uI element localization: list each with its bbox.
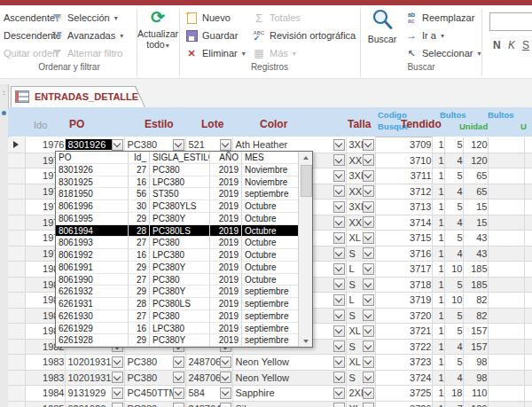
cell-tendido[interactable]: 1 (432, 168, 444, 184)
combo-arrow-icon[interactable] (363, 278, 374, 290)
combo-arrow-icon[interactable] (173, 372, 184, 383)
font-combobox[interactable] (489, 12, 532, 31)
combo-arrow-icon[interactable] (333, 403, 345, 407)
cell-extra[interactable] (488, 370, 524, 386)
bold-button[interactable]: N (493, 39, 501, 51)
column-header-bultos2-line1[interactable]: Bultos (488, 110, 514, 120)
record-selector[interactable] (8, 215, 25, 231)
combo-arrow-icon[interactable] (333, 294, 345, 306)
cell-bultos[interactable]: 7 (444, 401, 463, 407)
dropdown-row[interactable]: 818195056ST3502019septiembre (56, 188, 298, 200)
cell-extra[interactable] (488, 200, 524, 215)
combo-arrow-icon[interactable] (173, 139, 184, 151)
combo-arrow-icon[interactable] (333, 387, 345, 399)
combo-arrow-icon[interactable] (220, 139, 231, 151)
record-selector[interactable] (8, 137, 25, 153)
combo-arrow-icon[interactable] (363, 387, 374, 399)
new-record-button[interactable]: ✦ Nuevo (184, 9, 231, 27)
cell-bultos[interactable]: 4 (444, 215, 463, 231)
cell-codigo-busque[interactable]: 3713 (375, 200, 432, 215)
cell-tendido[interactable]: 1 (432, 355, 444, 371)
cell-talla[interactable]: XL (346, 324, 375, 340)
cell-tendido[interactable]: 1 (432, 401, 444, 407)
cell-unidad[interactable]: 185 (463, 277, 488, 293)
combo-arrow-icon[interactable] (333, 232, 345, 244)
cell-codigo-busque[interactable]: 3709 (375, 137, 432, 153)
record-selector[interactable] (8, 386, 25, 402)
column-header-bultos1-line2[interactable]: Unidad (459, 121, 488, 131)
cell-unidad[interactable]: 15 (463, 215, 488, 231)
record-selector[interactable] (8, 308, 25, 324)
column-header-bultos2-line2[interactable]: U (520, 121, 527, 131)
combo-arrow-icon[interactable] (363, 247, 374, 259)
combo-arrow-icon[interactable] (333, 325, 345, 337)
cell-unidad[interactable]: 120 (463, 137, 488, 153)
combo-arrow-icon[interactable] (363, 403, 374, 407)
cell-codigo-busque[interactable]: 3725 (375, 386, 432, 402)
save-record-button[interactable]: Guardar (184, 27, 238, 44)
combo-arrow-icon[interactable] (112, 139, 123, 151)
combo-arrow-icon[interactable] (333, 154, 345, 166)
cell-bultos[interactable]: 5 (444, 277, 463, 293)
record-selector[interactable] (8, 262, 25, 278)
record-selector[interactable] (8, 153, 25, 168)
dropdown-row[interactable]: 626192916LPC3802019septiembre (56, 323, 298, 335)
cell-codigo-busque[interactable]: 3716 (375, 246, 432, 262)
cell-unidad[interactable]: 110 (463, 386, 488, 402)
cell-extra[interactable] (488, 262, 524, 278)
cell-edge[interactable] (524, 386, 532, 402)
cell-bultos[interactable]: 5 (444, 308, 463, 324)
record-selector[interactable] (8, 277, 25, 293)
cell-edge[interactable] (524, 137, 532, 153)
cell-talla[interactable]: XXL (346, 215, 375, 231)
dropdown-scrollbar[interactable] (298, 152, 312, 347)
cell-talla[interactable]: S (346, 308, 375, 324)
cell-talla[interactable]: 3XL (346, 168, 375, 184)
cell-extra[interactable] (488, 324, 524, 340)
cell-extra[interactable] (488, 339, 524, 355)
cell-unidad[interactable]: 65 (463, 168, 488, 184)
cell-extra[interactable] (488, 215, 524, 231)
cell-bultos[interactable]: 5 (444, 231, 463, 247)
cell-bultos[interactable]: 5 (444, 324, 463, 340)
cell-edge[interactable] (524, 262, 532, 278)
record-selector[interactable] (8, 339, 25, 355)
cell-color[interactable]: Sapphire (232, 386, 346, 402)
cell-edge[interactable] (524, 153, 532, 168)
cell-tendido[interactable]: 1 (432, 200, 444, 215)
dropdown-row[interactable]: 626193128PC380LS2019septiembre (56, 298, 298, 310)
combo-arrow-icon[interactable] (333, 356, 345, 368)
column-header-talla[interactable]: Talla (348, 118, 371, 130)
record-selector[interactable] (8, 184, 25, 200)
cell-lote[interactable]: 248706 (185, 370, 232, 386)
combo-arrow-icon[interactable] (363, 216, 374, 228)
cell-codigo-busque[interactable]: 3722 (375, 339, 432, 355)
dropdown-row[interactable]: 806199327PC3802019Octubre (56, 237, 298, 249)
dropdown-row[interactable]: 626192829PC380Y2019septiembre (56, 334, 298, 347)
cell-unidad[interactable]: 82 (463, 308, 488, 324)
dropdown-row[interactable]: 830192627PC3802019Noviembre (56, 164, 298, 176)
cell-talla[interactable]: XXL (346, 153, 375, 168)
cell-ido[interactable]: 1985 (25, 401, 65, 407)
column-header-lote[interactable]: Lote (201, 118, 223, 130)
combo-arrow-icon[interactable] (333, 263, 345, 275)
cell-unidad[interactable]: 43 (463, 231, 488, 247)
cell-tendido[interactable]: 1 (432, 184, 444, 200)
combo-arrow-icon[interactable] (363, 170, 374, 182)
cell-bultos[interactable]: 4 (444, 184, 463, 200)
cell-codigo-busque[interactable]: 3715 (375, 231, 432, 247)
cell-talla[interactable]: XL (346, 401, 375, 407)
cell-estilo[interactable]: PC380 (124, 401, 185, 407)
cell-bultos[interactable]: 5 (444, 355, 463, 371)
column-header-bultos1-line1[interactable]: Bultos (440, 110, 466, 120)
cell-color[interactable]: Neon Yellow (232, 355, 346, 371)
delete-record-button[interactable]: ✕ Eliminar▾ (184, 44, 246, 62)
combo-arrow-icon[interactable] (333, 278, 345, 290)
cell-talla[interactable]: 3XL (346, 137, 375, 153)
cell-unidad[interactable]: 82 (463, 293, 488, 309)
combo-arrow-icon[interactable] (112, 356, 123, 368)
cell-color[interactable]: Silver (232, 401, 346, 407)
record-selector[interactable] (8, 168, 25, 184)
cell-unidad[interactable]: 65 (463, 184, 488, 200)
cell-tendido[interactable]: 1 (432, 215, 444, 231)
